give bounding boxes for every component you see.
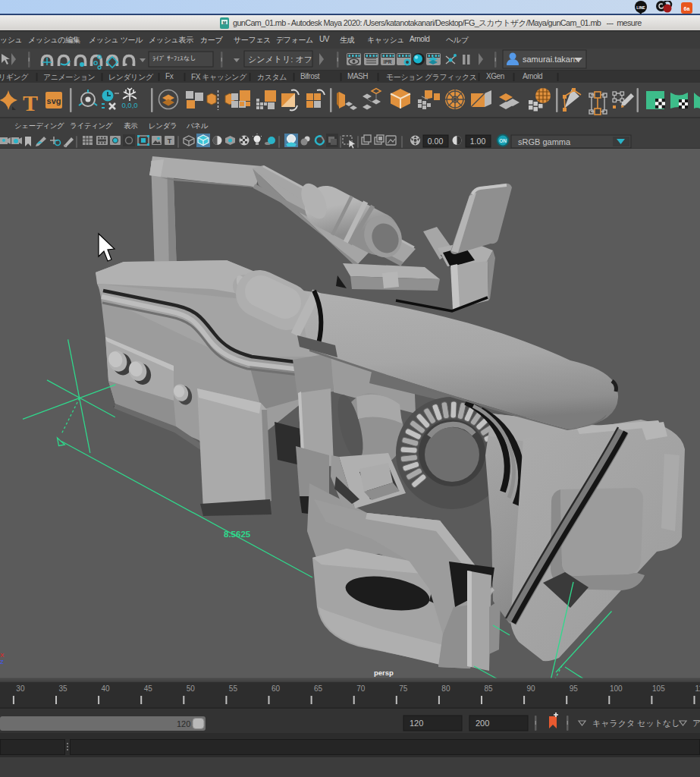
svg-text:105: 105 bbox=[652, 684, 665, 693]
svg-text:75: 75 bbox=[399, 684, 408, 693]
svg-text:95: 95 bbox=[570, 684, 579, 693]
svg-text:6a: 6a bbox=[684, 6, 690, 11]
svg-text:120: 120 bbox=[410, 719, 423, 728]
svg-text:T: T bbox=[23, 90, 38, 115]
svg-text:ON: ON bbox=[499, 138, 507, 143]
svg-text:persp: persp bbox=[374, 668, 394, 677]
svg-text:60: 60 bbox=[272, 684, 281, 693]
svg-text:40: 40 bbox=[102, 684, 111, 693]
svg-text:120: 120 bbox=[177, 719, 190, 728]
svg-text:キャラクタ セットなし: キャラクタ セットなし bbox=[592, 719, 680, 728]
svg-text:M: M bbox=[223, 20, 227, 25]
svg-text:30: 30 bbox=[16, 684, 25, 693]
svg-text:200: 200 bbox=[476, 719, 489, 728]
svg-text:Z: Z bbox=[0, 659, 4, 665]
svg-text:110: 110 bbox=[695, 684, 700, 693]
svg-text:sRGB gamma: sRGB gamma bbox=[518, 137, 571, 146]
svg-text:IPR: IPR bbox=[384, 59, 392, 64]
svg-text:100: 100 bbox=[610, 684, 623, 693]
svg-text:シンメトリ: オフ: シンメトリ: オフ bbox=[248, 55, 312, 64]
svg-text:8.5625: 8.5625 bbox=[224, 530, 251, 539]
svg-text:90: 90 bbox=[527, 684, 536, 693]
svg-text:X: X bbox=[0, 652, 5, 659]
svg-text:45: 45 bbox=[144, 684, 153, 693]
svg-text:samurai.takan..: samurai.takan.. bbox=[523, 55, 579, 64]
svg-text:70: 70 bbox=[356, 684, 366, 693]
svg-text:55: 55 bbox=[229, 684, 238, 693]
svg-text:ア: ア bbox=[692, 719, 700, 728]
svg-text:35: 35 bbox=[58, 684, 67, 693]
svg-text:svg: svg bbox=[47, 96, 61, 105]
svg-text:LINE: LINE bbox=[636, 5, 645, 10]
svg-text:50: 50 bbox=[187, 684, 196, 693]
svg-text:0.00: 0.00 bbox=[428, 137, 444, 146]
svg-text:80: 80 bbox=[441, 684, 450, 693]
svg-text:ﾗｲﾌﾞ ｻｰﾌｪｽなし: ﾗｲﾌﾞ ｻｰﾌｪｽなし bbox=[152, 55, 196, 62]
svg-text:65: 65 bbox=[314, 684, 323, 693]
svg-text:T: T bbox=[168, 137, 172, 145]
svg-text:1.00: 1.00 bbox=[470, 137, 486, 146]
svg-text:0,0,0: 0,0,0 bbox=[121, 101, 137, 109]
svg-text:85: 85 bbox=[484, 684, 493, 693]
